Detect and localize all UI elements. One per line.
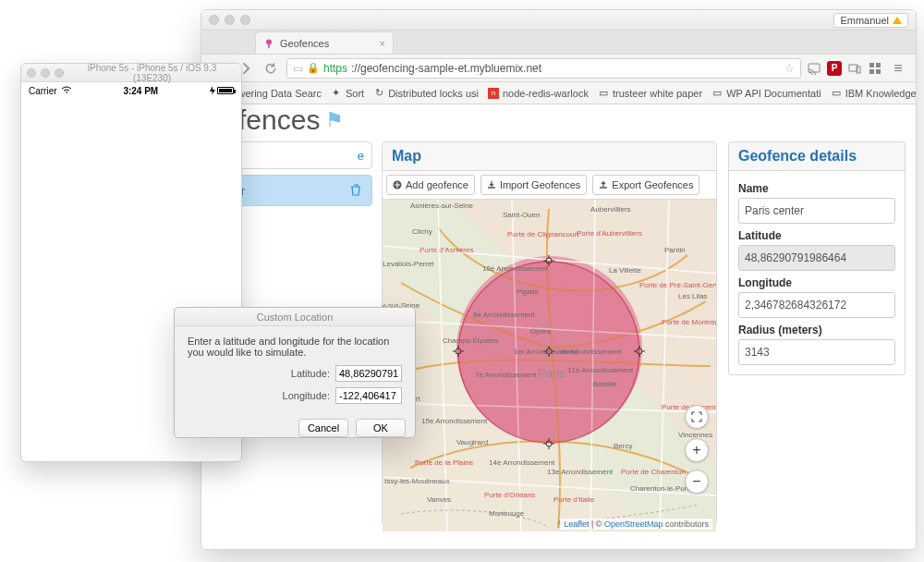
- bookmark-icon: ✦: [331, 88, 342, 99]
- address-bar: ▭ 🔒 https://geofencing-sample-et.mybluem…: [201, 55, 916, 82]
- dialog-cancel-button[interactable]: Cancel: [298, 419, 348, 437]
- map-label: Clichy: [412, 227, 432, 236]
- map-marker-east[interactable]: [634, 346, 645, 357]
- clear-icon[interactable]: e: [358, 149, 364, 163]
- bookmark-item[interactable]: ↻Distributed locks usi: [373, 88, 479, 99]
- svg-rect-6: [869, 69, 874, 74]
- bluemix-icon: ⚑: [325, 108, 344, 132]
- dialog-title: Custom Location: [175, 308, 415, 326]
- map-label: Pantin: [664, 246, 686, 254]
- map-label: Vaugirard: [456, 438, 488, 446]
- bookmark-icon: ↻: [373, 88, 384, 99]
- longitude-input[interactable]: [738, 292, 895, 318]
- tab-geofences[interactable]: Geofences ×: [255, 31, 394, 54]
- chrome-menu-icon[interactable]: ≡: [888, 58, 908, 79]
- map-label: Bastille: [593, 380, 617, 388]
- map-label: Porte d'Italie: [553, 495, 594, 504]
- bookmark-item[interactable]: ▭trusteer white paper: [598, 88, 702, 99]
- map-label: 13e Arrondissement: [547, 468, 613, 476]
- map-label: Vanves: [427, 495, 451, 504]
- charging-icon: [210, 86, 215, 95]
- map-label: 11e Arrondissement: [567, 366, 633, 374]
- map-label: 8e Arrondissement: [473, 311, 535, 319]
- tab-close-icon[interactable]: ×: [380, 38, 385, 49]
- browser-window: Emmanuel Geofences × ▭ 🔒 https://geofenc…: [201, 9, 917, 550]
- svg-point-14: [637, 348, 642, 354]
- map-fullscreen-button[interactable]: [685, 405, 709, 429]
- map-label: Porte de Pré-Saint-Gervais: [639, 281, 716, 289]
- map-label: 7e Arrondissement: [475, 371, 537, 379]
- map-label: 4e Arrondissement: [560, 348, 622, 356]
- map-label: Pigalle: [517, 287, 539, 296]
- ext-pinterest-icon[interactable]: P: [827, 61, 842, 76]
- svg-point-13: [456, 348, 461, 354]
- map-marker-south[interactable]: [543, 438, 554, 449]
- map[interactable]: Paris Clichy Saint-Ouen Aubervilliers Pa…: [383, 200, 716, 531]
- trash-icon[interactable]: [349, 183, 362, 199]
- reload-button[interactable]: [261, 58, 281, 79]
- map-label: La Villette: [609, 266, 641, 275]
- map-label: Levallois-Perret: [383, 260, 434, 268]
- ext-cast-icon[interactable]: [807, 61, 821, 76]
- window-titlebar: Emmanuel: [201, 10, 916, 31]
- url-host: ://geofencing-sample-et.mybluemix.net: [351, 62, 541, 75]
- wifi-icon: [61, 85, 72, 96]
- bookmark-item[interactable]: ▭WP API Documentati: [711, 88, 821, 99]
- map-label: Les Lilas: [678, 292, 708, 300]
- dialog-ok-button[interactable]: OK: [356, 419, 406, 437]
- close-dot[interactable]: [209, 15, 219, 25]
- map-label: Asnières-sur-Seine: [410, 202, 473, 210]
- map-label: Porte de Charenton: [621, 468, 686, 476]
- zoom-dot[interactable]: [55, 68, 64, 78]
- map-label: Aubervilliers: [590, 205, 631, 214]
- dialog-lon-label: Longitude:: [283, 390, 330, 401]
- battery-icon: [210, 86, 234, 95]
- svg-rect-1: [808, 64, 820, 72]
- name-input[interactable]: [738, 198, 895, 224]
- tab-title: Geofences: [280, 38, 329, 49]
- bookmark-icon: ▭: [711, 88, 723, 99]
- map-label: Champs-Élysées: [443, 336, 498, 345]
- bookmark-label: Sort: [346, 88, 364, 99]
- minimize-dot[interactable]: [225, 15, 235, 25]
- dialog-lon-input[interactable]: [335, 387, 402, 404]
- bookmark-item[interactable]: ✦Sort: [331, 88, 364, 99]
- bookmark-item[interactable]: ▭IBM Knowledge Cent: [831, 88, 916, 99]
- import-geofences-button[interactable]: Import Geofences: [480, 175, 587, 195]
- dialog-text: Enter a latitude and longitude for the l…: [188, 336, 402, 358]
- add-geofence-button[interactable]: Add geofence: [386, 175, 475, 195]
- bookmark-bar: ✦Powering Data Searc ✦Sort ↻Distributed …: [201, 82, 916, 104]
- bookmark-item[interactable]: nnode-redis-warlock: [488, 88, 589, 99]
- latitude-input[interactable]: [738, 245, 895, 271]
- map-label: Saint-Ouen: [503, 211, 540, 219]
- ext-grid-icon[interactable]: [868, 61, 882, 76]
- minimize-dot[interactable]: [41, 68, 50, 78]
- map-label: Montrouge: [489, 509, 524, 518]
- longitude-label: Longitude: [738, 276, 895, 289]
- leaflet-link[interactable]: Leaflet: [564, 519, 589, 529]
- attr-tail: contributors: [663, 519, 709, 529]
- map-zoom-in-button[interactable]: +: [685, 438, 709, 462]
- svg-rect-5: [876, 63, 881, 67]
- close-dot[interactable]: [27, 68, 36, 78]
- osm-link[interactable]: OpenStreetMap: [604, 519, 663, 529]
- profile-chip[interactable]: Emmanuel: [833, 13, 908, 28]
- map-zoom-out-button[interactable]: −: [685, 470, 709, 494]
- dialog-lat-input[interactable]: [335, 365, 402, 382]
- warning-icon: [893, 17, 902, 24]
- bookmark-star-icon[interactable]: ☆: [784, 62, 795, 75]
- page-title-text: fences: [238, 104, 320, 136]
- map-marker-west[interactable]: [453, 346, 464, 357]
- page-title: fences ⚑: [238, 104, 344, 136]
- map-label-paris: Paris: [538, 366, 565, 380]
- traffic-lights: [209, 15, 250, 25]
- url-field[interactable]: ▭ 🔒 https://geofencing-sample-et.mybluem…: [286, 58, 801, 79]
- export-geofences-button[interactable]: Export Geofences: [592, 175, 699, 195]
- map-label: Porte de la Plaine: [415, 458, 473, 467]
- radius-input[interactable]: [738, 339, 895, 365]
- bookmark-label: Distributed locks usi: [388, 88, 479, 99]
- zoom-dot[interactable]: [240, 15, 250, 25]
- ext-device-icon[interactable]: [847, 61, 862, 76]
- ios-status-bar: Carrier 3:24 PM: [21, 82, 241, 99]
- map-label: Porte d'Asnières: [419, 246, 473, 254]
